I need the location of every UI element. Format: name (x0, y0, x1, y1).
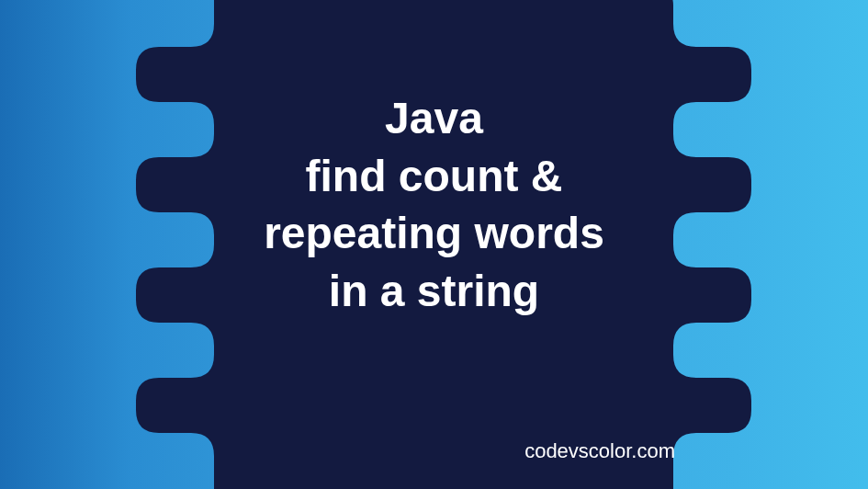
title-line-2: find count & (0, 148, 868, 205)
banner-title: Java find count & repeating words in a s… (0, 91, 868, 321)
banner-container: Java find count & repeating words in a s… (0, 0, 868, 489)
title-line-3: repeating words (0, 205, 868, 262)
watermark-text: codevscolor.com (524, 439, 675, 463)
title-line-4: in a string (0, 263, 868, 320)
title-line-1: Java (0, 91, 868, 148)
